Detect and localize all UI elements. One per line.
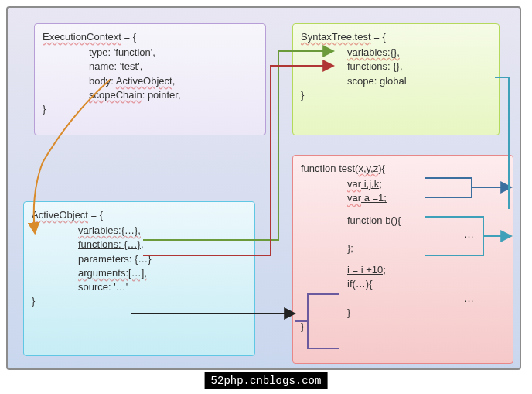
ao-close: }: [32, 294, 247, 308]
st-vars: variables:{},: [347, 46, 491, 60]
fn-funcb: function b(){: [347, 214, 505, 228]
st-scope: scope: global: [347, 74, 491, 88]
ec-type: type: 'function',: [89, 46, 257, 60]
ao-vars: variables:{…},: [78, 224, 247, 238]
ao-source: source: '…': [78, 280, 247, 294]
st-title: SyntaxTree.test = {: [301, 30, 491, 44]
st-close: }: [301, 88, 491, 102]
ec-name: name: 'test',: [89, 60, 257, 74]
fn-close: }: [301, 320, 505, 334]
fn-var1: var i,j,k;: [347, 177, 505, 191]
ec-scopechain: scopeChain: pointer,: [89, 88, 257, 102]
fn-dots1: …: [363, 228, 505, 242]
fn-if-close: }: [347, 306, 505, 320]
box-syntax-tree: SyntaxTree.test = { variables:{}, functi…: [292, 23, 500, 135]
ec-close: }: [43, 102, 257, 116]
fn-dots2: …: [363, 292, 505, 306]
box-active-object: ActiveObject = { variables:{…}, function…: [23, 201, 255, 356]
ao-title: ActiveObject = {: [32, 208, 247, 222]
fn-sig: function test(x,y,z){: [301, 162, 505, 176]
ao-params: parameters: {…}: [78, 252, 247, 266]
ec-body: body: ActiveObject,: [89, 74, 257, 88]
fn-funcb-close: };: [347, 242, 505, 255]
fn-var2: var a =1;: [347, 191, 505, 205]
st-funcs: functions: {},: [347, 60, 491, 74]
fn-if: if(…){: [347, 277, 505, 291]
fn-iexpr: i = i +10;: [347, 263, 505, 277]
ao-args: arguments:[…],: [78, 266, 247, 280]
box-execution-context: ExecutionContext = { type: 'function', n…: [34, 23, 266, 135]
ao-funcs: functions: {…},: [78, 238, 247, 252]
box-function-test: function test(x,y,z){ var i,j,k; var a =…: [292, 155, 513, 364]
ec-title: ExecutionContext = {: [43, 30, 257, 44]
watermark: 52php.cnblogs.com: [205, 372, 328, 389]
diagram-canvas: ExecutionContext = { type: 'function', n…: [6, 6, 521, 370]
